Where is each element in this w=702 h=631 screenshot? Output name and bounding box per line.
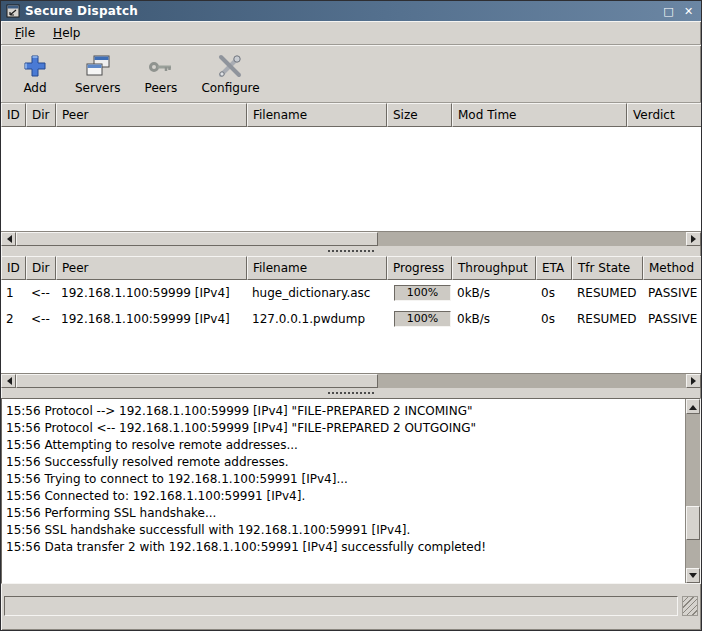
pending-hscrollbar bbox=[1, 231, 701, 246]
cell-method: PASSIVE bbox=[643, 286, 701, 300]
transfers-col-method[interactable]: Method bbox=[643, 256, 701, 280]
pending-col-size[interactable]: Size bbox=[387, 103, 452, 127]
cell-progress: 100% bbox=[387, 285, 452, 301]
log-line: 15:56 Performing SSL handshake... bbox=[6, 505, 681, 522]
pending-col-dir[interactable]: Dir bbox=[26, 103, 56, 127]
log-vscroll-thumb[interactable] bbox=[686, 506, 700, 540]
servers-icon bbox=[85, 53, 111, 79]
scroll-right-icon[interactable] bbox=[686, 374, 701, 388]
splitter-grip bbox=[328, 250, 374, 252]
log-line: 15:56 Protocol <-- 192.168.1.100:59999 [… bbox=[6, 420, 681, 437]
window-title: Secure Dispatch bbox=[25, 4, 656, 18]
cell-dir: <-- bbox=[26, 286, 56, 300]
log-line: 15:56 Connected to: 192.168.1.100:59991 … bbox=[6, 488, 681, 505]
peers-label: Peers bbox=[145, 81, 178, 95]
log-vscroll-track[interactable] bbox=[686, 414, 700, 568]
transfers-hscrollbar bbox=[1, 373, 701, 388]
toolbar: Add Servers Peers bbox=[1, 45, 701, 103]
configure-label: Configure bbox=[201, 81, 259, 95]
cell-filename: 127.0.0.1.pwdump bbox=[247, 312, 387, 326]
progress-bar: 100% bbox=[394, 311, 451, 327]
transfers-hscroll-track[interactable] bbox=[378, 374, 686, 388]
window-icon bbox=[6, 4, 20, 18]
close-icon[interactable]: ✕ bbox=[681, 4, 696, 19]
pending-col-modtime[interactable]: Mod Time bbox=[452, 103, 627, 127]
cell-eta: 0s bbox=[536, 312, 572, 326]
log-vscrollbar bbox=[685, 399, 700, 583]
scroll-right-icon[interactable] bbox=[686, 232, 701, 246]
cell-filename: huge_dictionary.asc bbox=[247, 286, 387, 300]
pending-hscroll-track[interactable] bbox=[378, 232, 686, 246]
transfers-hscroll-thumb[interactable] bbox=[16, 374, 378, 388]
cell-progress: 100% bbox=[387, 311, 452, 327]
menu-bar: File Help bbox=[1, 21, 701, 45]
log-text-area[interactable]: 15:56 Protocol --> 192.168.1.100:59999 [… bbox=[2, 399, 685, 583]
pending-table-body[interactable] bbox=[1, 127, 701, 231]
transfers-table-body: 1 <-- 192.168.1.100:59999 [IPv4] huge_di… bbox=[1, 280, 701, 373]
log-line: 15:56 Protocol --> 192.168.1.100:59999 [… bbox=[6, 403, 681, 420]
add-label: Add bbox=[23, 81, 46, 95]
scroll-left-icon[interactable] bbox=[1, 374, 16, 388]
cell-peer: 192.168.1.100:59999 [IPv4] bbox=[56, 286, 247, 300]
scroll-down-icon[interactable] bbox=[686, 568, 700, 583]
cell-throughput: 0kB/s bbox=[452, 286, 536, 300]
transfers-col-progress[interactable]: Progress bbox=[387, 256, 452, 280]
add-button[interactable]: Add bbox=[13, 50, 57, 98]
cell-tfrstate: RESUMED bbox=[572, 286, 643, 300]
log-line: 15:56 Attempting to resolve remote addre… bbox=[6, 437, 681, 454]
table-row[interactable]: 1 <-- 192.168.1.100:59999 [IPv4] huge_di… bbox=[1, 280, 701, 306]
pending-col-verdict[interactable]: Verdict bbox=[627, 103, 701, 127]
add-plus-icon bbox=[22, 53, 48, 79]
pending-col-id[interactable]: ID bbox=[1, 103, 26, 127]
transfers-table-header: ID Dir Peer Filename Progress Throughput… bbox=[1, 256, 701, 280]
maximize-icon[interactable]: □ bbox=[661, 4, 676, 19]
titlebar[interactable]: Secure Dispatch □ ✕ bbox=[1, 1, 701, 21]
splitter-grip bbox=[328, 392, 374, 394]
cell-tfrstate: RESUMED bbox=[572, 312, 643, 326]
status-area bbox=[1, 584, 701, 630]
servers-label: Servers bbox=[75, 81, 121, 95]
menu-help[interactable]: Help bbox=[45, 23, 88, 43]
transfers-col-id[interactable]: ID bbox=[1, 256, 26, 280]
table-row[interactable]: 2 <-- 192.168.1.100:59999 [IPv4] 127.0.0… bbox=[1, 306, 701, 332]
cell-peer: 192.168.1.100:59999 [IPv4] bbox=[56, 312, 247, 326]
menu-file[interactable]: File bbox=[7, 23, 43, 43]
status-bar bbox=[4, 596, 678, 616]
transfers-col-throughput[interactable]: Throughput bbox=[452, 256, 536, 280]
transfers-col-dir[interactable]: Dir bbox=[26, 256, 56, 280]
log-line: 15:56 Trying to connect to 192.168.1.100… bbox=[6, 471, 681, 488]
servers-button[interactable]: Servers bbox=[69, 50, 127, 98]
log-line: 15:56 Data transfer 2 with 192.168.1.100… bbox=[6, 539, 681, 556]
pane-splitter-top[interactable] bbox=[1, 246, 701, 256]
transfers-col-filename[interactable]: Filename bbox=[247, 256, 387, 280]
log-panel: 15:56 Protocol --> 192.168.1.100:59999 [… bbox=[1, 398, 701, 584]
cell-id: 2 bbox=[1, 312, 26, 326]
cell-id: 1 bbox=[1, 286, 26, 300]
configure-button[interactable]: Configure bbox=[195, 50, 265, 98]
peers-button[interactable]: Peers bbox=[139, 50, 184, 98]
log-line: 15:56 SSL handshake successfull with 192… bbox=[6, 522, 681, 539]
transfers-col-tfrstate[interactable]: Tfr State bbox=[572, 256, 643, 280]
app-window: Secure Dispatch □ ✕ File Help Add bbox=[0, 0, 702, 631]
peers-key-icon bbox=[148, 53, 174, 79]
pending-table-header: ID Dir Peer Filename Size Mod Time Verdi… bbox=[1, 103, 701, 127]
scroll-left-icon[interactable] bbox=[1, 232, 16, 246]
resize-grip[interactable] bbox=[682, 596, 698, 616]
pending-col-filename[interactable]: Filename bbox=[247, 103, 387, 127]
pending-col-peer[interactable]: Peer bbox=[56, 103, 247, 127]
transfers-col-peer[interactable]: Peer bbox=[56, 256, 247, 280]
cell-method: PASSIVE bbox=[643, 312, 701, 326]
pane-splitter-bottom[interactable] bbox=[1, 388, 701, 398]
cell-throughput: 0kB/s bbox=[452, 312, 536, 326]
log-line: 15:56 Successfully resolved remote addre… bbox=[6, 454, 681, 471]
configure-tools-icon bbox=[217, 53, 243, 79]
scroll-up-icon[interactable] bbox=[686, 399, 700, 414]
cell-eta: 0s bbox=[536, 286, 572, 300]
transfers-col-eta[interactable]: ETA bbox=[536, 256, 572, 280]
progress-bar: 100% bbox=[394, 285, 451, 301]
pending-hscroll-thumb[interactable] bbox=[16, 232, 378, 246]
cell-dir: <-- bbox=[26, 312, 56, 326]
